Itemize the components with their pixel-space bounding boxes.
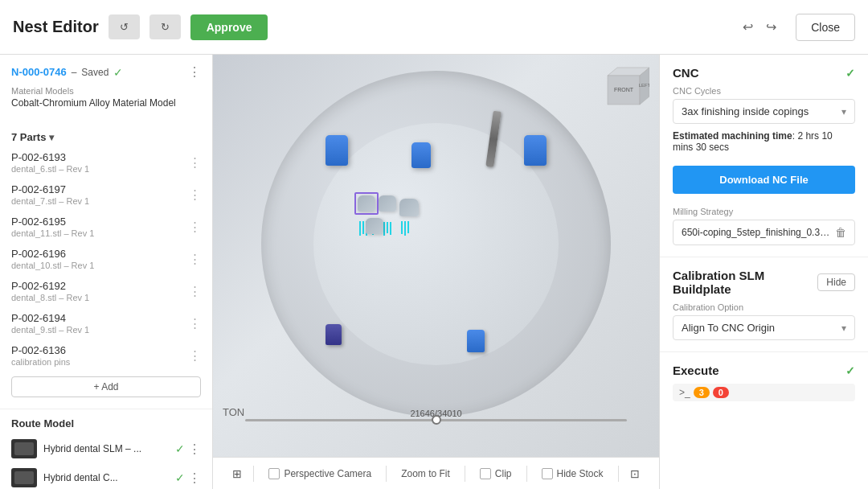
part-dots-menu[interactable]: ⋮ (189, 252, 201, 266)
nest-dots-menu[interactable]: ⋮ (188, 64, 201, 80)
material-label: Material Models (11, 86, 201, 96)
route-dots-menu[interactable]: ⋮ (188, 442, 201, 457)
list-item[interactable]: P-002-6196 dental_10.stl – Rev 1 ⋮ (0, 243, 212, 275)
execute-prompt[interactable]: >_ 3 0 (673, 384, 855, 401)
perspective-camera-toggle[interactable]: Perspective Camera (262, 465, 378, 483)
parts-list: P-002-6193 dental_6.stl – Rev 1 ⋮ P-002-… (0, 146, 212, 372)
cnc-cycles-dropdown[interactable]: 3ax finishing inside copings ▾ (673, 99, 855, 124)
part-name: P-002-6196 (11, 248, 189, 260)
download-nc-button[interactable]: Download NC File (673, 166, 855, 194)
list-item[interactable]: P-002-6194 dental_9.stl – Rev 1 ⋮ (0, 307, 212, 339)
part-dots-menu[interactable]: ⋮ (189, 155, 201, 170)
part-name: P-002-6192 (11, 280, 189, 292)
cylinder-blue-1 (326, 135, 348, 166)
part-dots-menu[interactable]: ⋮ (189, 348, 201, 363)
viewport-icon-right[interactable]: ⊡ (627, 464, 643, 483)
cylinder-blue-2 (524, 135, 547, 166)
zoom-label: Zoom to Fit (401, 468, 450, 479)
execute-bar: >_ 3 0 (673, 384, 855, 401)
hide-stock-toggle[interactable]: Hide Stock (535, 465, 610, 483)
nest-check-icon: ✓ (113, 66, 123, 79)
svg-text:FRONT: FRONT (614, 87, 634, 92)
route-icon (11, 468, 37, 487)
milling-strategy-value: 650i-coping_5step_finishing_0.3mm.... (682, 227, 830, 238)
forward-icon-button[interactable]: ↪ (763, 16, 780, 38)
crown-3 (399, 199, 419, 216)
separator (526, 466, 527, 482)
cnc-section: CNC ✓ CNC Cycles 3ax finishing inside co… (660, 55, 868, 257)
list-item[interactable]: P-002-6195 dental_11.stl – Rev 1 ⋮ (0, 211, 212, 243)
milling-strategy-label: Milling Strategy (673, 207, 855, 216)
redo-button[interactable]: ↻ (149, 14, 181, 39)
cylinder-blue-4 (467, 330, 485, 352)
header: Nest Editor ↺ ↻ Approve ↩ ↪ Close (0, 0, 868, 55)
hide-stock-checkbox (542, 468, 553, 479)
cnc-check-icon: ✓ (845, 67, 855, 80)
right-panel: CNC ✓ CNC Cycles 3ax finishing inside co… (659, 55, 868, 489)
parts-dropdown-icon[interactable]: ▾ (49, 132, 54, 143)
cnc-title: CNC ✓ (673, 66, 855, 80)
part-sub: dental_10.stl – Rev 1 (11, 261, 189, 270)
calibration-option-label: Calibration Option (673, 302, 855, 312)
route-check-icon: ✓ (175, 442, 185, 455)
timeline-slider[interactable] (245, 406, 627, 421)
close-button[interactable]: Close (796, 14, 855, 41)
selection-rectangle (354, 192, 379, 215)
part-dots-menu[interactable]: ⋮ (189, 316, 201, 331)
cnc-cycles-label: CNC Cycles (673, 86, 855, 96)
nest-status: – (72, 67, 77, 78)
undo-button[interactable]: ↺ (108, 14, 140, 39)
part-dots-menu[interactable]: ⋮ (189, 284, 201, 298)
viewport: FRONT LEFT (213, 55, 659, 489)
delete-icon[interactable]: 🗑 (835, 226, 846, 239)
list-item[interactable]: P-002-6192 dental_8.stl – Rev 1 ⋮ (0, 275, 212, 307)
part-name: P-002-6136 (11, 344, 189, 356)
estimated-label: Estimated machining time (673, 130, 792, 142)
execute-badge-red: 0 (713, 387, 729, 398)
nest-saved-label: Saved (81, 67, 108, 78)
viewport-icon-left[interactable]: ⊞ (229, 464, 245, 483)
calibration-option-value: Align To CNC Origin (682, 322, 775, 334)
milling-disc (261, 71, 611, 417)
clip-toggle[interactable]: Clip (473, 465, 518, 483)
zoom-to-fit-button[interactable]: Zoom to Fit (395, 465, 457, 483)
separator (386, 466, 387, 482)
estimated-time: Estimated machining time: 2 hrs 10 mins … (673, 130, 855, 153)
execute-title: Execute (673, 364, 719, 377)
add-button[interactable]: + Add (11, 376, 201, 397)
milling-bit (485, 110, 502, 167)
route-dots-menu[interactable]: ⋮ (188, 471, 201, 486)
parts-header: 7 Parts ▾ (0, 125, 212, 146)
main-layout: N-000-0746 – Saved ✓ ⋮ Material Models C… (0, 55, 868, 489)
perspective-label: Perspective Camera (284, 468, 371, 479)
part-dots-menu[interactable]: ⋮ (189, 187, 201, 202)
viewport-3d[interactable]: FRONT LEFT (213, 55, 659, 457)
hide-button[interactable]: Hide (817, 273, 855, 291)
header-right-icons: ↩ ↪ (739, 16, 780, 38)
perspective-checkbox (268, 468, 280, 479)
app-title: Nest Editor (13, 18, 99, 36)
route-name: Hybrid dental C... (43, 472, 169, 483)
back-icon-button[interactable]: ↩ (739, 16, 756, 38)
slider-thumb[interactable] (432, 415, 441, 425)
part-name: P-002-6195 (11, 216, 189, 228)
terminal-icon: >_ (679, 387, 690, 398)
chevron-down-icon: ▾ (841, 106, 846, 117)
route-item-1[interactable]: Hybrid dental SLM – ... ✓ ⋮ (0, 434, 212, 463)
supports-3 (401, 221, 409, 236)
list-item[interactable]: P-002-6136 calibration pins ⋮ (0, 339, 212, 372)
list-item[interactable]: P-002-6197 dental_7.stl – Rev 1 ⋮ (0, 179, 212, 211)
list-item[interactable]: P-002-6193 dental_6.stl – Rev 1 ⋮ (0, 146, 212, 179)
material-value: Cobalt-Chromium Alloy Material Model (11, 97, 201, 109)
part-dots-menu[interactable]: ⋮ (189, 220, 201, 234)
part-sub: dental_7.stl – Rev 1 (11, 196, 189, 206)
crown-4 (366, 218, 383, 234)
nest-id-text: N-000-0746 (11, 66, 67, 78)
calibration-header: Calibration SLM Buildplate Hide (673, 269, 855, 296)
crown-2 (379, 195, 396, 212)
cube-navigator[interactable]: FRONT LEFT (598, 64, 649, 108)
route-item-2[interactable]: Hybrid dental C... ✓ ⋮ (0, 463, 212, 489)
approve-button[interactable]: Approve (190, 14, 268, 40)
calibration-option-dropdown[interactable]: Align To CNC Origin ▾ (673, 315, 855, 340)
part-sub: dental_11.stl – Rev 1 (11, 228, 189, 238)
